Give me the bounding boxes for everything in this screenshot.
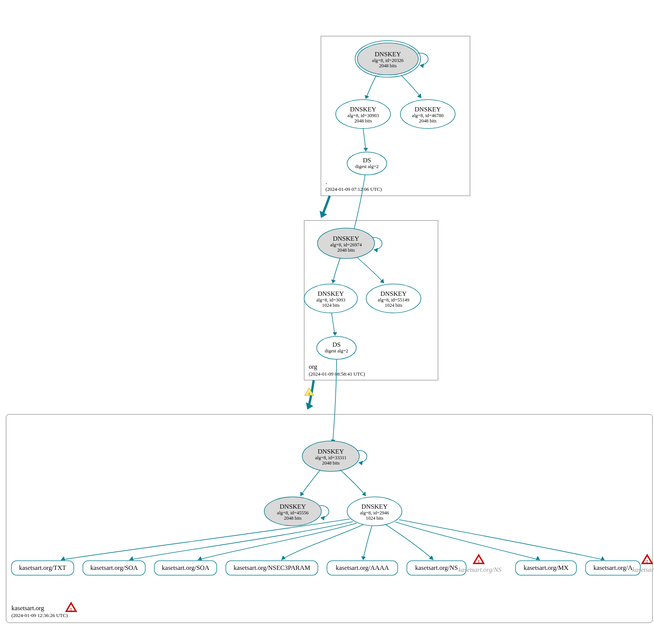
svg-text:kasetsart.org/MX: kasetsart.org/MX [524,564,568,571]
svg-text:!: ! [478,558,479,564]
zone-root-timestamp: (2024-01-09 07:12:06 UTC) [325,186,382,192]
error-icon: ! [474,555,484,564]
error-icon: ! [642,555,652,564]
svg-marker-93 [429,555,433,560]
org-ds-node: DS digest alg=2 [317,336,356,359]
svg-marker-95 [601,556,605,560]
svg-text:DNSKEY: DNSKEY [375,51,401,58]
svg-text:kasetsart.org/A: kasetsart.org/A [632,566,654,573]
svg-text:kasetsart.org/SOA: kasetsart.org/SOA [162,564,210,571]
svg-marker-94 [536,556,540,560]
svg-text:2048 bits: 2048 bits [284,516,302,521]
svg-text:1024 bits: 1024 bits [322,303,340,308]
delegation-org-to-kasetsart: ! [305,380,314,409]
svg-text:alg=8, id=46780: alg=8, id=46780 [412,113,444,118]
svg-text:2048 bits: 2048 bits [322,460,340,466]
svg-text:digest alg=2: digest alg=2 [355,164,379,169]
svg-text:DS: DS [363,157,371,164]
svg-marker-20 [364,148,368,151]
svg-text:DNSKEY: DNSKEY [280,503,306,510]
svg-marker-92 [361,556,366,560]
svg-text:kasetsart.org/SOA: kasetsart.org/SOA [90,564,138,571]
org-zsk-right-node: DNSKEY alg=8, id=55149 1024 bits [366,284,421,313]
svg-text:kasetsart.org/NSEC3PARAM: kasetsart.org/NSEC3PARAM [233,564,310,571]
kasetsart-zsk-left-node: DNSKEY alg=8, id=45556 2048 bits [264,497,329,526]
zone-kasetsart-label: kasetsart.org [11,604,44,612]
svg-text:1024 bits: 1024 bits [385,303,402,308]
svg-text:kasetsart.org/AAAA: kasetsart.org/AAAA [336,564,389,571]
svg-text:alg=8, id=33311: alg=8, id=33311 [315,455,346,460]
svg-text:DNSKEY: DNSKEY [362,503,388,510]
svg-text:alg=8, id=20326: alg=8, id=20326 [372,58,404,63]
svg-marker-89 [129,556,133,560]
svg-marker-59 [321,516,325,520]
rr-nsec3param: kasetsart.org/NSEC3PARAM [226,561,318,575]
svg-text:alg=8, id=45556: alg=8, id=45556 [277,510,309,516]
kasetsart-zsk-right-node: DNSKEY alg=8, id=2946 1024 bits [347,497,402,526]
root-ds-node: DS digest alg=2 [347,152,387,175]
svg-text:2048 bits: 2048 bits [379,63,397,68]
zone-org: org (2024-01-09 08:58:41 UTC) DNSKEY alg… [304,220,438,380]
svg-text:2048 bits: 2048 bits [337,247,355,253]
zone-kasetsart-timestamp: (2024-01-09 12:36:26 UTC) [11,612,68,618]
rr-ns: kasetsart.org/NS [407,561,466,575]
kasetsart-ksk-node: DNSKEY alg=8, id=33311 2048 bits [302,441,367,471]
svg-text:1024 bits: 1024 bits [366,516,383,521]
svg-text:!: ! [646,558,648,564]
svg-text:!: ! [70,606,72,612]
svg-marker-42 [333,332,337,336]
org-zsk-left-node: DNSKEY alg=8, id=3093 1024 bits [304,284,357,313]
root-zsk-left-node: DNSKEY alg=8, id=30903 2048 bits [336,100,390,128]
svg-marker-88 [61,556,65,560]
rr-mx: kasetsart.org/MX [516,561,576,575]
svg-text:kasetsart.org/NS: kasetsart.org/NS [458,566,502,573]
rr-aaaa: kasetsart.org/AAAA [327,561,398,575]
svg-text:kasetsart.org/A: kasetsart.org/A [593,564,633,571]
svg-text:alg=8, id=3093: alg=8, id=3093 [316,297,346,303]
svg-text:kasetsart.org/NS: kasetsart.org/NS [415,564,458,571]
org-ksk-node: DNSKEY alg=8, id=26974 2048 bits [317,228,382,259]
delegation-root-to-org [320,196,330,217]
dnssec-graph: . (2024-01-09 07:12:06 UTC) DNSKEY alg=8… [0,0,654,644]
zone-kasetsart: kasetsart.org (2024-01-09 12:36:26 UTC) … [6,414,654,623]
svg-text:DNSKEY: DNSKEY [350,106,376,113]
svg-text:DS: DS [332,341,341,348]
rr-txt: kasetsart.org/TXT [11,561,74,575]
svg-text:DNSKEY: DNSKEY [318,448,344,455]
svg-text:alg=8, id=2946: alg=8, id=2946 [360,510,389,516]
svg-marker-64 [300,492,304,496]
svg-marker-90 [198,556,202,560]
zone-root: . (2024-01-09 07:12:06 UTC) DNSKEY alg=8… [321,36,470,196]
svg-text:alg=8, id=26974: alg=8, id=26974 [330,242,362,247]
svg-text:alg=8, id=55149: alg=8, id=55149 [378,297,410,303]
svg-marker-19 [417,94,421,98]
zone-root-label: . [325,178,327,186]
svg-marker-40 [331,279,336,283]
svg-text:2048 bits: 2048 bits [419,118,437,124]
zone-org-timestamp: (2024-01-09 08:58:41 UTC) [309,371,365,377]
svg-marker-6 [420,63,424,68]
svg-text:DNSKEY: DNSKEY [318,290,344,297]
svg-text:digest alg=2: digest alg=2 [325,348,348,354]
svg-text:DNSKEY: DNSKEY [381,290,407,297]
zone-error-icon: ! [66,603,76,612]
root-ksk-node: DNSKEY alg=8, id=20326 2048 bits [355,41,428,77]
root-zsk-right-node: DNSKEY alg=8, id=46780 2048 bits [400,100,455,128]
zone-org-label: org [309,363,317,370]
svg-marker-54 [359,461,363,465]
svg-marker-28 [374,248,378,252]
rr-soa-1: kasetsart.org/SOA [83,561,145,575]
svg-text:kasetsart.org/TXT: kasetsart.org/TXT [19,564,66,571]
svg-text:DNSKEY: DNSKEY [333,235,359,242]
rr-soa-2: kasetsart.org/SOA [154,561,217,575]
svg-text:alg=8, id=30903: alg=8, id=30903 [348,113,379,118]
svg-text:DNSKEY: DNSKEY [415,106,441,113]
svg-text:2048 bits: 2048 bits [354,118,372,124]
svg-text:!: ! [308,392,310,396]
